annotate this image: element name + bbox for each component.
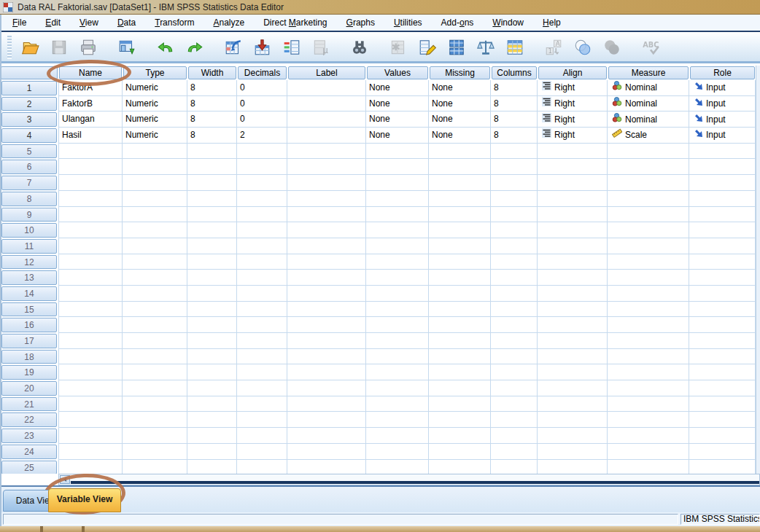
cell-width[interactable] bbox=[187, 333, 237, 349]
row-number-17[interactable]: 17 bbox=[1, 334, 57, 348]
menu-analyze[interactable]: Analyze bbox=[203, 15, 254, 31]
column-header-missing[interactable]: Missing bbox=[430, 66, 490, 79]
row-number-10[interactable]: 10 bbox=[1, 223, 57, 238]
cell-role[interactable] bbox=[689, 254, 756, 270]
cell-measure[interactable] bbox=[608, 460, 689, 474]
cell-columns[interactable] bbox=[491, 159, 538, 175]
cell-values[interactable] bbox=[366, 396, 429, 412]
cell-type[interactable] bbox=[123, 396, 187, 412]
row-number-15[interactable]: 15 bbox=[1, 302, 57, 317]
column-header-name[interactable]: Name bbox=[59, 66, 122, 79]
cell-label[interactable] bbox=[287, 270, 366, 286]
cell-missing[interactable] bbox=[429, 175, 491, 191]
cell-name[interactable]: Ulangan bbox=[58, 112, 123, 128]
cell-measure[interactable] bbox=[608, 222, 689, 238]
cell-missing[interactable] bbox=[429, 254, 491, 270]
cell-values[interactable] bbox=[366, 412, 429, 428]
cell-name[interactable]: Hasil bbox=[58, 128, 123, 144]
cell-type[interactable] bbox=[123, 349, 187, 365]
split-file-button[interactable] bbox=[443, 34, 470, 60]
cell-name[interactable] bbox=[58, 333, 123, 349]
cell-label[interactable] bbox=[287, 428, 366, 444]
cell-columns[interactable] bbox=[491, 428, 538, 444]
cell-align[interactable]: Right bbox=[538, 112, 608, 128]
cell-label[interactable] bbox=[287, 144, 366, 160]
cell-align[interactable]: Right bbox=[538, 128, 608, 144]
row-number-9[interactable]: 9 bbox=[1, 208, 57, 222]
cell-align[interactable] bbox=[538, 286, 608, 302]
cell-columns[interactable] bbox=[491, 254, 538, 270]
cell-align[interactable] bbox=[538, 191, 608, 207]
cell-values[interactable]: None bbox=[366, 96, 429, 112]
cell-label[interactable] bbox=[287, 380, 366, 396]
cell-values[interactable] bbox=[366, 191, 429, 207]
cell-values[interactable]: None bbox=[366, 80, 429, 96]
select-cases-button[interactable] bbox=[501, 34, 529, 60]
cell-role[interactable] bbox=[689, 222, 756, 238]
cell-decimals[interactable] bbox=[237, 349, 287, 365]
cell-values[interactable] bbox=[366, 380, 429, 396]
scroll-left-button[interactable] bbox=[60, 475, 70, 484]
cell-align[interactable] bbox=[538, 460, 608, 474]
cell-align[interactable] bbox=[538, 428, 608, 444]
cell-role[interactable] bbox=[689, 317, 756, 333]
cell-name[interactable] bbox=[58, 144, 123, 160]
menu-edit[interactable]: Edit bbox=[36, 15, 70, 31]
cell-name[interactable] bbox=[58, 428, 123, 444]
cell-values[interactable] bbox=[366, 333, 429, 349]
column-header-measure[interactable]: Measure bbox=[608, 66, 689, 79]
cell-missing[interactable]: None bbox=[429, 128, 491, 144]
menu-transform[interactable]: Transform bbox=[145, 15, 203, 31]
cell-label[interactable] bbox=[287, 317, 366, 333]
cell-align[interactable] bbox=[538, 396, 608, 412]
cell-measure[interactable] bbox=[608, 412, 689, 428]
recall-dialogs-button[interactable] bbox=[113, 34, 141, 60]
cell-role[interactable] bbox=[689, 175, 756, 191]
cell-columns[interactable]: 8 bbox=[491, 128, 538, 144]
cell-role[interactable] bbox=[689, 302, 756, 318]
cell-measure[interactable] bbox=[608, 144, 689, 160]
cell-align[interactable] bbox=[538, 238, 608, 254]
cell-align[interactable] bbox=[538, 317, 608, 333]
cell-values[interactable] bbox=[366, 159, 429, 175]
cell-width[interactable] bbox=[187, 428, 237, 444]
cell-width[interactable] bbox=[187, 380, 237, 396]
grid-corner-cell[interactable] bbox=[1, 66, 58, 79]
cell-values[interactable] bbox=[366, 364, 429, 380]
cell-type[interactable]: Numeric bbox=[123, 96, 187, 112]
cell-measure[interactable] bbox=[608, 364, 689, 380]
cell-align[interactable] bbox=[538, 254, 608, 270]
cell-name[interactable] bbox=[58, 396, 123, 412]
cell-measure[interactable]: Nominal bbox=[608, 112, 689, 128]
cell-missing[interactable] bbox=[429, 380, 491, 396]
cell-type[interactable] bbox=[123, 207, 187, 223]
cell-decimals[interactable] bbox=[237, 396, 287, 412]
cell-measure[interactable]: Nominal bbox=[608, 96, 689, 112]
row-number-1[interactable]: 1 bbox=[1, 81, 57, 95]
cell-align[interactable] bbox=[538, 175, 608, 191]
cell-values[interactable] bbox=[366, 317, 429, 333]
vertical-scrollbar[interactable] bbox=[756, 66, 760, 474]
cell-columns[interactable] bbox=[491, 286, 538, 302]
goto-variable-button[interactable] bbox=[249, 34, 276, 60]
cell-role[interactable] bbox=[689, 191, 756, 207]
cell-width[interactable] bbox=[187, 191, 237, 207]
cell-name[interactable]: FaktorA bbox=[58, 80, 123, 96]
cell-type[interactable] bbox=[123, 286, 187, 302]
cell-label[interactable] bbox=[287, 238, 366, 254]
cell-columns[interactable] bbox=[491, 364, 538, 380]
cell-type[interactable] bbox=[123, 159, 187, 175]
cell-decimals[interactable] bbox=[237, 144, 287, 160]
cell-columns[interactable] bbox=[491, 270, 538, 286]
toolbar-gripper[interactable] bbox=[7, 36, 12, 59]
row-number-14[interactable]: 14 bbox=[1, 286, 57, 301]
cell-width[interactable]: 8 bbox=[187, 80, 237, 96]
cell-columns[interactable] bbox=[491, 460, 538, 474]
cell-name[interactable] bbox=[58, 191, 123, 207]
column-header-align[interactable]: Align bbox=[538, 66, 607, 79]
row-number-25[interactable]: 25 bbox=[1, 461, 57, 474]
cell-measure[interactable] bbox=[608, 270, 689, 286]
cell-values[interactable] bbox=[366, 302, 429, 318]
cell-missing[interactable] bbox=[429, 333, 491, 349]
cell-missing[interactable] bbox=[429, 396, 491, 412]
